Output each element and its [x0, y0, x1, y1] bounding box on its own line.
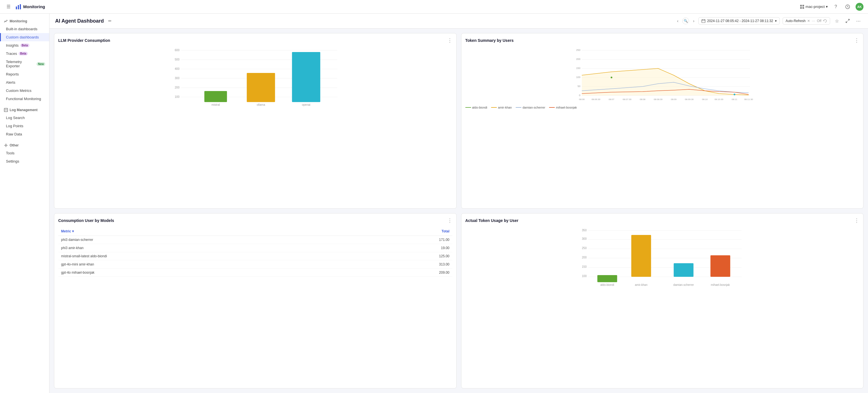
auto-refresh-control[interactable]: Auto-Refresh ✕ — Off	[783, 17, 830, 25]
monitoring-section: Monitoring Built-in dashboards Custom da…	[0, 16, 49, 104]
insights-label: Insights	[6, 43, 19, 48]
logo-icon	[15, 4, 22, 10]
traces-badge: Beta	[19, 52, 28, 55]
dashboard-grid: LLM Provider Consumption ⋮ 600 500 400 3…	[50, 29, 868, 393]
svg-text:100: 100	[175, 95, 180, 98]
svg-text:350: 350	[582, 229, 587, 232]
auto-refresh-x: ✕	[807, 19, 810, 23]
legend-aldo: aldo-biondi	[465, 106, 488, 109]
sort-icon: ▾	[72, 229, 74, 233]
telemetry-badge: New	[36, 62, 45, 66]
project-chevron: ▾	[826, 4, 828, 9]
insights-badge: Beta	[20, 43, 29, 47]
svg-text:500: 500	[175, 58, 180, 61]
row-metric-0: phi3 damian-scherrer	[61, 238, 427, 242]
legend-damian: damian-scherrer	[516, 106, 545, 109]
damian-dot	[516, 107, 521, 108]
sidebar-item-log-search[interactable]: Log Search	[0, 114, 49, 122]
search-button[interactable]: 🔍	[682, 18, 689, 24]
actual-token-menu[interactable]: ⋮	[854, 217, 859, 224]
custom-label: Custom dashboards	[6, 35, 39, 39]
reports-label: Reports	[6, 72, 19, 76]
svg-text:08:11:30: 08:11:30	[744, 98, 753, 101]
sidebar-item-telemetry[interactable]: Telemetry Exporter New	[0, 58, 49, 70]
other-icon	[4, 143, 8, 147]
date-range-picker[interactable]: 2024-11-27 08:05:42 - 2024-11-27 08:11:3…	[699, 17, 780, 25]
log-search-label: Log Search	[6, 116, 25, 120]
sidebar-item-tools[interactable]: Tools	[0, 149, 49, 157]
svg-rect-1	[18, 5, 19, 9]
avatar[interactable]: AK	[856, 3, 864, 11]
history-button[interactable]	[844, 3, 851, 11]
layout: Monitoring Built-in dashboards Custom da…	[0, 13, 868, 393]
legend-amir: amir-khan	[491, 106, 512, 109]
aldo-label: aldo-biondi	[472, 106, 488, 109]
telemetry-label: Telemetry Exporter	[6, 60, 35, 68]
token-summary-chart: Token Summary by Users ⋮ 250 200 150 100…	[461, 33, 864, 209]
svg-text:ollama: ollama	[257, 103, 265, 106]
expand-button[interactable]	[844, 17, 851, 25]
project-selector[interactable]: mac-project ▾	[800, 4, 828, 9]
svg-text:08:06:30: 08:06:30	[591, 98, 600, 101]
consumption-menu[interactable]: ⋮	[447, 217, 453, 224]
monitoring-section-header[interactable]: Monitoring	[0, 18, 49, 25]
project-icon	[800, 4, 804, 9]
history-icon	[845, 4, 850, 9]
project-name: mac-project	[806, 4, 825, 9]
sidebar-item-insights[interactable]: Insights Beta	[0, 41, 49, 50]
svg-text:mihael-bosnjak: mihael-bosnjak	[711, 283, 730, 286]
alerts-label: Alerts	[6, 80, 15, 85]
llm-chart-menu[interactable]: ⋮	[447, 37, 453, 43]
token-chart-menu[interactable]: ⋮	[854, 37, 859, 43]
sidebar-item-functional[interactable]: Functional Monitoring	[0, 95, 49, 103]
sidebar-item-log-points[interactable]: Log Points	[0, 122, 49, 130]
built-in-label: Built-in dashboards	[6, 27, 37, 31]
amir-label: amir-khan	[498, 106, 512, 109]
svg-text:08:09: 08:09	[671, 98, 677, 101]
svg-text:mistral: mistral	[212, 103, 220, 106]
svg-text:250: 250	[576, 49, 580, 52]
svg-text:amir-khan: amir-khan	[635, 283, 647, 286]
topbar: ☰ Monitoring mac-project ▾ ? AK	[0, 0, 868, 13]
sidebar-item-alerts[interactable]: Alerts	[0, 78, 49, 87]
more-button[interactable]: ⋯	[855, 17, 862, 25]
sidebar-item-custom[interactable]: Custom dashboards	[0, 33, 49, 41]
sidebar-item-traces[interactable]: Traces Beta	[0, 50, 49, 58]
svg-text:50: 50	[577, 85, 580, 88]
svg-text:damian-scherrer: damian-scherrer	[673, 283, 694, 286]
sidebar-item-settings[interactable]: Settings	[0, 157, 49, 165]
svg-text:08:07: 08:07	[609, 98, 614, 101]
svg-text:08:10:30: 08:10:30	[714, 98, 723, 101]
llm-bar-chart: 600 500 400 300 200 100	[58, 47, 453, 204]
actual-token-title: Actual Token Usage by User	[465, 218, 519, 223]
sidebar-item-raw-data[interactable]: Raw Data	[0, 130, 49, 138]
svg-rect-6	[802, 7, 804, 9]
edit-button[interactable]: ✏	[106, 17, 114, 25]
auto-refresh-dash: —	[812, 19, 815, 23]
menu-button[interactable]: ☰	[4, 3, 12, 11]
legend-mihael: mihael-bosnjak	[549, 106, 577, 109]
row-metric-1: phi3 amir-khan	[61, 246, 427, 250]
svg-text:08:10: 08:10	[702, 98, 708, 101]
actual-token-svg: 350 300 250 200 150 100 aldo-b	[465, 227, 860, 289]
star-button[interactable]: ☆	[833, 17, 841, 25]
sidebar-item-custom-metrics[interactable]: Custom Metrics	[0, 87, 49, 95]
monitoring-label: Monitoring	[10, 19, 27, 23]
log-management-header[interactable]: Log Management	[0, 106, 49, 114]
svg-text:250: 250	[582, 246, 587, 250]
date-range-text: 2024-11-27 08:05:42 - 2024-11-27 08:11:3…	[707, 19, 773, 23]
svg-rect-81	[710, 255, 730, 277]
prev-button[interactable]: ‹	[676, 18, 680, 24]
next-button[interactable]: ›	[692, 18, 695, 24]
svg-text:0: 0	[579, 94, 580, 97]
sidebar-item-built-in[interactable]: Built-in dashboards	[0, 25, 49, 33]
topbar-right: mac-project ▾ ? AK	[800, 3, 864, 11]
other-section-header[interactable]: Other	[0, 142, 49, 149]
sidebar-item-reports[interactable]: Reports	[0, 70, 49, 78]
custom-metrics-label: Custom Metrics	[6, 89, 31, 93]
svg-text:300: 300	[175, 77, 180, 80]
svg-rect-79	[674, 263, 693, 277]
svg-text:08:08: 08:08	[640, 98, 646, 101]
metric-col-header[interactable]: Metric ▾	[61, 229, 427, 233]
help-button[interactable]: ?	[832, 3, 840, 11]
